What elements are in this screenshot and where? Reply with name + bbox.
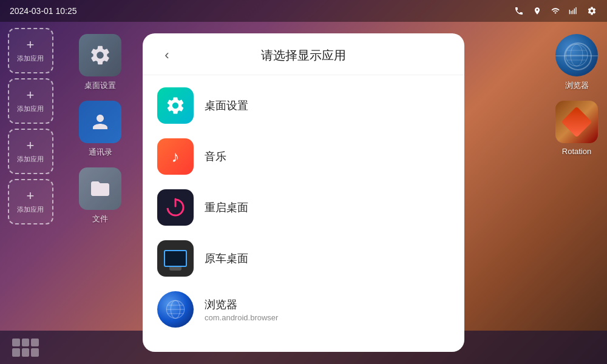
list-item-text-desktop: 桌面设置 [205, 98, 248, 113]
grid-cell-4 [12, 348, 20, 357]
car-screen-wrap [164, 250, 187, 267]
list-item-name-restart: 重启桌面 [205, 200, 248, 215]
sidebar: + 添加应用 + 添加应用 + 添加应用 + 添加应用 [0, 22, 61, 364]
list-item-text-restart: 重启桌面 [205, 200, 248, 215]
browser-globe-svg [164, 298, 187, 321]
background-apps: 桌面设置 通讯录 文件 [61, 22, 140, 364]
list-item-name-music: 音乐 [205, 149, 226, 164]
status-icons [514, 5, 597, 16]
list-item-browser[interactable]: 浏览器 com.android.browser [143, 284, 464, 335]
globe-icon [555, 34, 598, 76]
list-item-restart[interactable]: 重启桌面 [143, 182, 464, 233]
right-app-rotation[interactable]: Rotation [555, 101, 598, 156]
list-item-text-music: 音乐 [205, 149, 226, 164]
right-panel: 浏览器 Rotation [546, 22, 607, 364]
add-app-label-3: 添加应用 [17, 155, 44, 164]
signal-icon [568, 5, 579, 16]
svg-point-1 [571, 44, 583, 66]
phone-icon [514, 5, 524, 16]
list-item-desktop-settings[interactable]: 桌面设置 [143, 80, 464, 131]
grid-cell-1 [12, 339, 20, 347]
bg-contacts-label: 通讯录 [89, 147, 112, 158]
bg-gear-svg [89, 44, 112, 67]
plus-icon-4: + [27, 189, 35, 203]
bg-contacts-icon [79, 101, 121, 143]
bg-files-label: 文件 [92, 214, 108, 224]
bottom-grid-icon [12, 339, 39, 357]
power-svg [164, 197, 186, 218]
list-item-text-browser: 浏览器 com.android.browser [205, 297, 278, 322]
list-icon-browser [157, 291, 194, 328]
bg-desktop-label: 桌面设置 [84, 80, 116, 91]
add-app-label-1: 添加应用 [17, 54, 44, 63]
bg-files-icon [79, 167, 121, 210]
bg-desktop-icon [79, 34, 121, 76]
bg-contacts-svg [89, 111, 111, 133]
svg-point-0 [566, 44, 588, 66]
right-app-browser[interactable]: 浏览器 [555, 34, 598, 91]
add-app-button-1[interactable]: + 添加应用 [8, 28, 53, 73]
list-item-name-browser: 浏览器 [205, 297, 278, 312]
music-note-icon: ♪ [172, 147, 180, 166]
grid-cell-3 [31, 339, 39, 347]
bg-app-desktop-settings: 桌面设置 [79, 34, 121, 91]
right-rotation-label: Rotation [562, 147, 591, 156]
modal-app-list: 桌面设置 ♪ 音乐 重启桌面 [143, 75, 464, 352]
location-icon [532, 5, 543, 16]
add-app-label-4: 添加应用 [17, 205, 44, 214]
power-icon-wrap [164, 197, 186, 218]
grid-cell-6 [31, 348, 39, 357]
modal-header: ‹ 请选择显示应用 [143, 33, 464, 75]
car-screen-shape [164, 250, 187, 267]
list-item-sub-browser: com.android.browser [205, 313, 278, 322]
modal-title: 请选择显示应用 [177, 47, 430, 64]
add-app-button-4[interactable]: + 添加应用 [8, 179, 53, 224]
list-item-name-car: 原车桌面 [205, 251, 248, 266]
list-icon-car-desktop [157, 240, 194, 277]
app-selector-modal: ‹ 请选择显示应用 桌面设置 ♪ 音乐 [143, 33, 464, 352]
list-item-music[interactable]: ♪ 音乐 [143, 131, 464, 182]
bg-app-contacts: 通讯录 [79, 101, 121, 158]
list-item-car-desktop[interactable]: 原车桌面 [143, 233, 464, 284]
plus-icon-2: + [27, 89, 35, 102]
settings-icon[interactable] [586, 5, 597, 16]
globe-svg [563, 42, 590, 69]
add-app-button-3[interactable]: + 添加应用 [8, 129, 53, 174]
plus-icon-3: + [27, 139, 35, 152]
bg-files-svg [89, 178, 111, 200]
rotation-icon [555, 101, 598, 143]
grid-cell-5 [22, 348, 30, 357]
right-browser-label: 浏览器 [565, 80, 589, 91]
rotation-diamond [561, 107, 592, 138]
gear-svg-modal [165, 95, 186, 116]
status-bar: 2024-03-01 10:25 [0, 0, 607, 22]
list-item-text-car: 原车桌面 [205, 251, 248, 266]
grid-cell-2 [22, 339, 30, 347]
datetime: 2024-03-01 10:25 [10, 6, 77, 16]
wifi-icon [550, 5, 561, 16]
bg-app-files: 文件 [79, 167, 121, 224]
add-app-button-2[interactable]: + 添加应用 [8, 78, 53, 124]
list-icon-desktop-settings [157, 87, 194, 124]
add-app-label-2: 添加应用 [17, 104, 44, 113]
list-icon-music: ♪ [157, 138, 194, 175]
plus-icon-1: + [27, 38, 35, 52]
list-item-name-desktop: 桌面设置 [205, 98, 248, 113]
list-icon-restart [157, 189, 194, 226]
modal-back-button[interactable]: ‹ [157, 46, 177, 65]
